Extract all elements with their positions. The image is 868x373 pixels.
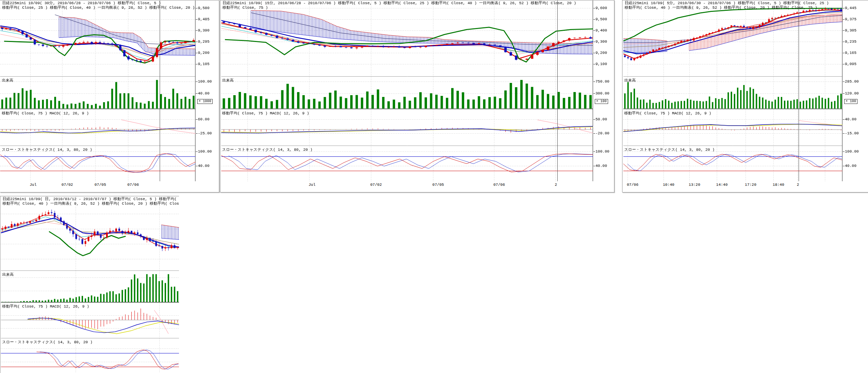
macd-pane-label: 移動平均( Close, 75 ) MACD( 12, 26, 9 ) [222,111,309,116]
chart-window-daily: 日経225mini 10/09( 日, 2010/03/12 - 2010/07… [0,196,179,373]
stoch-pane-label: スロー・ストキャスティクス( 14, 3, 80, 20 ) [2,339,92,345]
trading-app-desktop: 日経225mini 10/09( 30分, 2010/06/28 - 2010/… [0,0,868,373]
x-axis-label: 07/06 [494,183,505,187]
price-axis-label: 9,375 [845,17,856,21]
chart-window-15min: 日経225mini 10/09( 15分, 2010/06/28 - 2010/… [220,0,614,192]
chart-window-5min: 日経225mini 10/09( 5分, 2010/06/30 - 2010/0… [622,0,868,192]
price-axis-label: 9,500 [595,17,607,21]
volume-scale-badge: × 100 [595,99,608,104]
volume-pane-label: 出来高 [624,78,636,83]
chart-legend: 移動平均( Close, 40 ) 一目均衡表( 9, 26, 52 ) 移動平… [625,6,868,10]
volume-pane-label: 出来高 [2,272,14,277]
x-axis-label: 17:20 [745,183,756,187]
volume-axis-label: 120.00 [845,91,859,96]
chart-title: 日経225mini 10/09( 30分, 2010/06/28 - 2010/… [2,1,219,6]
x-axis-label: 13:20 [689,183,700,187]
volume-pane-label: 出来高 [222,78,234,83]
price-chart-canvas[interactable] [221,0,593,181]
price-axis-label: 9,600 [595,6,607,10]
price-axis-label: 9,165 [845,51,856,55]
price-axis-label: 9,390 [198,28,209,33]
stoch-axis-label: 40.00 [845,164,856,168]
stoch-pane-label: スロー・ストキャスティクス( 14, 3, 80, 20 ) [2,147,92,152]
macd-pane-label: 移動平均( Close, 75 ) MACD( 12, 26, 9 ) [2,304,89,309]
price-chart-canvas[interactable] [0,0,195,181]
stoch-pane-label: スロー・ストキャスティクス( 14, 3, 80, 20 ) [222,147,312,152]
x-axis-label: Jul [309,183,316,187]
price-axis-label: 9,485 [198,17,209,21]
x-axis-label: 2 [797,183,799,187]
price-axis-label: 9,100 [595,62,607,66]
x-axis-label: 07/05 [432,183,444,187]
price-axis-label: 9,580 [198,6,209,10]
macd-axis-label: 50.00 [595,117,607,121]
macd-axis-label: 40.00 [845,117,856,121]
macd-axis-label: -15.00 [845,131,859,135]
stoch-axis-label: 40.00 [198,164,209,168]
x-axis-label: 10:40 [663,183,674,187]
price-axis-label: 9,295 [198,40,209,44]
price-axis-label: 9,105 [198,62,209,66]
volume-scale-badge: × 1000 [197,99,213,104]
price-axis-label: 9,200 [198,51,209,55]
x-axis-label: 07/06 [127,183,139,187]
x-axis-label: 2 [555,183,557,187]
price-axis-label: 9,200 [595,51,607,55]
price-axis-label: 9,095 [845,62,856,66]
stoch-axis-label: 100.00 [845,149,859,154]
macd-pane-label: 移動平均( Close, 75 ) MACD( 12, 26, 9 ) [624,111,711,116]
macd-axis-label: 60.00 [198,117,209,121]
price-axis-label: 9,305 [845,28,856,33]
volume-scale-badge: × 100 [844,99,857,104]
stoch-axis-label: 100.00 [595,149,609,154]
chart-title: 日経225mini 10/09( 15分, 2010/06/28 - 2010/… [222,1,614,6]
volume-axis-label: 300.00 [595,91,609,96]
volume-axis-label: 100.00 [198,79,212,84]
x-axis-label: 07/06 [627,183,639,187]
chart-title: 日経225mini 10/09( 5分, 2010/06/30 - 2010/0… [625,1,868,6]
stoch-pane-label: スロー・ストキャスティクス( 14, 3, 80, 20 ) [624,147,715,152]
price-axis-label: 9,445 [845,6,856,10]
x-axis-label: 14:40 [716,183,728,187]
macd-pane-label: 移動平均( Close, 75 ) MACD( 12, 26, 9 ) [2,111,89,116]
volume-axis-label: 40.00 [198,91,209,96]
stoch-axis-label: 100.00 [198,149,212,154]
chart-legend: 移動平均( Close, 25 ) 移動平均( Close, 40 ) 一目均衡… [2,6,219,10]
x-axis-label: 07/02 [370,183,382,187]
x-axis-label: 18:40 [773,183,784,187]
x-axis-label: 07/05 [95,183,106,187]
chart-window-30min: 日経225mini 10/09( 30分, 2010/06/28 - 2010/… [0,0,219,192]
price-axis-label: 9,235 [845,40,856,44]
x-axis-label: 07/02 [61,183,73,187]
price-axis-label: 9,300 [595,40,607,44]
macd-axis-label: -20.00 [595,131,609,135]
chart-legend: 移動平均( Close, 40 ) 一目均衡表( 9, 26, 52 ) 移動平… [2,202,179,206]
volume-axis-label: 750.00 [595,79,609,84]
price-axis-label: 9,400 [595,28,607,33]
stoch-axis-label: 40.00 [595,164,607,168]
price-chart-canvas[interactable] [623,0,842,181]
chart-legend: 移動平均( Close, 75 ) [222,6,614,10]
x-axis-label: Jul [29,183,36,187]
volume-axis-label: 285.00 [845,79,859,84]
volume-pane-label: 出来高 [2,78,13,83]
price-chart-canvas[interactable] [1,196,179,373]
macd-axis-label: -25.00 [198,131,212,135]
chart-title: 日経225mini 10/09( 日, 2010/03/12 - 2010/07… [2,197,179,202]
